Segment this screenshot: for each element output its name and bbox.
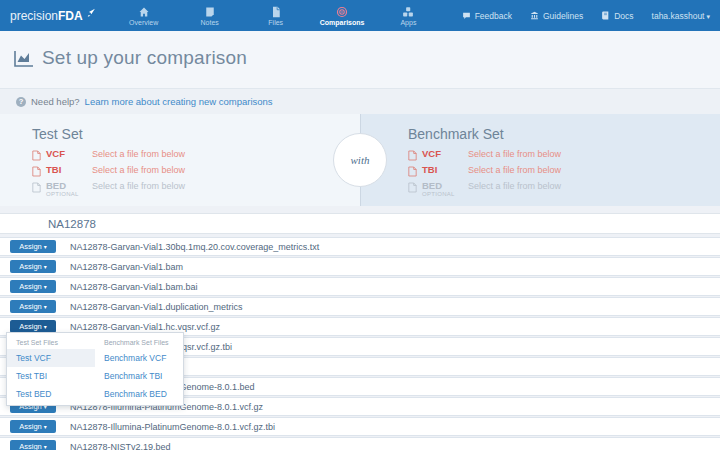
menu-item-benchmark-tbi[interactable]: Benchmark TBI [95,367,183,385]
benchmark-bed-type: BED [422,181,468,191]
caret-down-icon: ▾ [706,13,710,20]
benchmark-tbi-row: TBI Select a file from below [408,165,720,177]
speech-bubble-icon [462,11,471,20]
feedback-link[interactable]: Feedback [462,11,512,21]
test-bed-type: BED [46,181,92,191]
nav-item-overview[interactable]: Overview [122,0,166,31]
page-icon [408,150,417,161]
assign-label: Assign [19,442,42,450]
top-navbar: precisionFDA Overview Notes Files Compar… [0,0,720,31]
nav-link-label: Docs [614,11,633,21]
file-name: NA12878-Garvan-Vial1.hc.vqsr.vcf.gz [70,322,220,332]
guidelines-link[interactable]: Guidelines [530,11,583,21]
bank-icon [530,11,539,20]
brand-text-bold: FDA [58,9,83,23]
caret-down-icon: ▾ [44,263,47,270]
docs-link[interactable]: Docs [601,11,633,21]
benchmark-tbi-select-link[interactable]: Select a file from below [468,165,561,175]
chart-icon [14,50,34,67]
help-prefix: Need help? [31,96,80,107]
menu-item-test-vcf[interactable]: Test VCF [7,349,95,367]
assign-label: Assign [19,422,42,431]
optional-note: OPTIONAL [46,191,92,198]
file-row: Assign▾ NA12878-Garvan-Vial1.duplication… [0,297,720,316]
user-menu[interactable]: taha.kasshout▾ [652,11,710,21]
nav-item-notes[interactable]: Notes [188,0,232,31]
menu-item-benchmark-vcf[interactable]: Benchmark VCF [95,349,183,367]
file-row: Assign▾ NA12878-Illumina-PlatinumGenome-… [0,417,720,436]
comparison-setup-panels: Test Set VCF Select a file from below TB… [0,114,720,206]
caret-down-icon: ▾ [44,243,47,250]
file-name: NA12878-Garvan-Vial1.bam [70,262,183,272]
benchmark-vcf-label: VCF [422,149,468,159]
assign-label: Assign [19,302,42,311]
test-vcf-select-link[interactable]: Select a file from below [92,149,185,159]
spacer [0,206,720,213]
file-icon [270,6,282,18]
assign-button[interactable]: Assign▾ [10,240,56,253]
file-name: NA12878-Garvan-Vial1.30bq.1mq.20.cov.cov… [70,242,319,252]
test-tbi-select-link[interactable]: Select a file from below [92,165,185,175]
assign-button[interactable]: Assign▾ [10,280,56,293]
nav-label: Comparisons [320,19,365,26]
help-link[interactable]: Learn more about creating new comparison… [85,96,273,107]
file-row: Assign▾ NA12878-Garvan-Vial1.30bq.1mq.20… [0,237,720,256]
assign-dropdown-menu: Test Set Files Test VCF Test TBI Test BE… [6,332,184,406]
page-icon [408,166,417,177]
file-name: NA12878-Illumina-PlatinumGenome-8.0.1.vc… [70,422,275,432]
page-icon [408,182,417,193]
test-vcf-label: VCF [46,149,92,159]
assign-button[interactable]: Assign▾ [10,300,56,313]
caret-down-icon: ▾ [44,323,47,330]
file-row: Assign▾ NA12878-Garvan-Vial1.bam.bai [0,277,720,296]
assign-button[interactable]: Assign▾ [10,420,56,433]
file-list: Assign▾ NA12878-Garvan-Vial1.30bq.1mq.20… [0,237,720,450]
test-set-panel: Test Set VCF Select a file from below TB… [0,114,360,206]
with-connector: with [333,133,387,187]
test-bed-select-link[interactable]: Select a file from below [92,181,185,191]
test-tbi-row: TBI Select a file from below [32,165,360,177]
assign-label: Assign [19,322,42,331]
menu-item-test-bed[interactable]: Test BED [7,385,95,403]
test-vcf-row: VCF Select a file from below [32,149,360,161]
page-icon [32,182,41,193]
test-bed-label: BED OPTIONAL [46,181,92,198]
rocket-icon [85,8,96,18]
dropdown-header-benchmark: Benchmark Set Files [95,335,183,349]
dropdown-header-test: Test Set Files [7,335,95,349]
nav-item-comparisons[interactable]: Comparisons [320,0,365,31]
benchmark-tbi-label: TBI [422,165,468,175]
nav-item-apps[interactable]: Apps [386,0,430,31]
assign-button[interactable]: Assign▾ [10,260,56,273]
menu-item-benchmark-bed[interactable]: Benchmark BED [95,385,183,403]
file-filter-input[interactable] [0,215,720,234]
file-row: Assign▾ NA12878-Garvan-Vial1.bam [0,257,720,276]
caret-down-icon: ▾ [44,303,47,310]
assign-button[interactable]: Assign▾ [10,440,56,450]
benchmark-vcf-row: VCF Select a file from below [408,149,720,161]
benchmark-vcf-select-link[interactable]: Select a file from below [468,149,561,159]
file-name: NA12878-NISTv2.19.bed [70,442,171,450]
page-icon [32,150,41,161]
test-bed-row: BED OPTIONAL Select a file from below [32,181,360,198]
book-icon [601,11,610,20]
cubes-icon [402,6,414,18]
menu-item-test-tbi[interactable]: Test TBI [7,367,95,385]
nav-item-files[interactable]: Files [254,0,298,31]
main-nav: Overview Notes Files Comparisons Apps [122,0,431,31]
precisionfda-logo[interactable]: precisionFDA [10,9,96,23]
nav-label: Apps [400,19,416,26]
note-icon [204,6,216,18]
assign-label: Assign [19,282,42,291]
nav-link-label: Feedback [475,11,512,21]
caret-down-icon: ▾ [44,423,47,430]
optional-note: OPTIONAL [422,191,468,198]
nav-link-label: Guidelines [543,11,583,21]
nav-label: Notes [201,19,219,26]
page-title: Set up your comparison [42,47,247,69]
nav-label: Overview [129,19,158,26]
username: taha.kasshout [652,11,705,21]
nav-label: Files [268,19,283,26]
benchmark-bed-select-link[interactable]: Select a file from below [468,181,561,191]
file-row: Assign▾ NA12878-NISTv2.19.bed [0,437,720,450]
